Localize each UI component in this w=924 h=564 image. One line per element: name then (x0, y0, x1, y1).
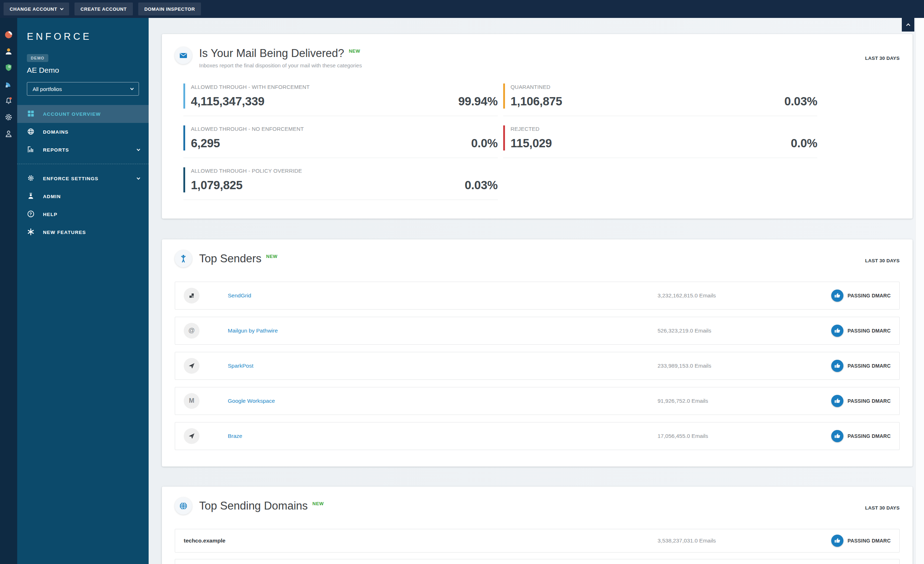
sidebar-nav: ACCOUNT OVERVIEW DOMAINS REPORTS ENFORCE… (17, 105, 148, 241)
chevron-down-icon (130, 86, 134, 90)
period-label: LAST 30 DAYS (865, 56, 900, 61)
sender-email-count: 91,926,752.0 Emails (657, 398, 831, 404)
mail-delivery-header: Is Your Mail Being Delivered? NEW Inboxe… (175, 47, 900, 68)
nav-item-label: REPORTS (43, 147, 69, 153)
dmarc-status-badge: PASSING DMARC (831, 430, 891, 442)
stat-value: 1,079,825 (191, 179, 243, 192)
stat-value: 1,106,875 (511, 95, 562, 108)
sender-name-link[interactable]: SendGrid (200, 292, 657, 299)
stat-percent: 0.03% (784, 95, 817, 108)
sender-row: SendGrid 3,232,162,815.0 Emails PASSING … (175, 282, 900, 310)
period-label: LAST 30 DAYS (865, 258, 900, 263)
nav-item-label: ACCOUNT OVERVIEW (43, 111, 100, 117)
thumbs-up-icon (831, 360, 843, 372)
dmarc-status-badge: PASSING DMARC (831, 395, 891, 407)
chevron-down-icon (60, 6, 63, 10)
svg-text:?: ? (29, 212, 32, 216)
gmail-m-icon: M (184, 393, 200, 409)
thumbs-up-icon (831, 290, 843, 302)
sidebar-nav-item[interactable]: ENFORCE SETTINGS (17, 170, 148, 187)
thumbs-up-icon (831, 325, 843, 337)
sidebar-nav-item[interactable]: DOMAINS (17, 123, 148, 141)
sender-name-link[interactable]: Google Workspace (200, 398, 657, 404)
dmarc-status-label: PASSING DMARC (848, 328, 891, 334)
monitor-fan-icon[interactable] (4, 80, 13, 89)
enforce-logo: ENFORCE (27, 31, 148, 42)
grid-icon (27, 110, 35, 119)
sender-email-count: 233,989,153.0 Emails (657, 362, 831, 369)
new-badge: NEW (312, 501, 324, 506)
product-ball-icon[interactable] (4, 30, 13, 39)
dmarc-status-badge: PASSING DMARC (831, 535, 891, 547)
protect-shield-icon[interactable] (4, 63, 13, 72)
delivery-stat: ALLOWED THROUGH - NO ENFORCEMENT 6,295 0… (183, 125, 498, 158)
top-bar: CHANGE ACCOUNT CREATE ACCOUNT DOMAIN INS… (0, 0, 924, 18)
scroll-to-top-button[interactable] (902, 18, 914, 32)
stat-percent: 99.94% (458, 95, 498, 108)
nav-item-label: DOMAINS (43, 129, 68, 135)
new-badge: NEW (349, 48, 360, 54)
new-badge: NEW (266, 254, 278, 259)
stat-percent: 0.0% (471, 137, 498, 150)
bar-chart-icon (27, 146, 35, 155)
sender-name-link[interactable]: Mailgun by Pathwire (200, 328, 657, 334)
dmarc-status-badge: PASSING DMARC (831, 360, 891, 372)
stat-label: ALLOWED THROUGH - NO ENFORCEMENT (191, 126, 498, 132)
stat-label: ALLOWED THROUGH - POLICY OVERRIDE (191, 168, 498, 174)
stat-value: 115,029 (511, 137, 552, 150)
chevron-down-icon (137, 147, 140, 151)
thumbs-up-icon (831, 430, 843, 442)
domain-row: realestateco.example 45,079,322.0 Emails… (175, 559, 900, 564)
delivery-stats-right-column: QUARANTINED 1,106,875 0.03% REJECTED 115… (503, 83, 818, 209)
globe-outline-icon (27, 128, 35, 137)
sender-name-link[interactable]: SparkPost (200, 362, 657, 369)
sidebar-nav-item[interactable]: REPORTS (17, 141, 148, 159)
stat-separator (183, 116, 498, 116)
amplify-person-icon[interactable] (4, 47, 13, 56)
stat-label: QUARANTINED (511, 84, 818, 90)
thumbs-up-icon (831, 395, 843, 407)
portfolio-select-value: All portfolios (33, 86, 62, 92)
top-senders-header: Top Senders NEW (175, 250, 900, 267)
sidebar-divider (17, 164, 148, 164)
dmarc-status-label: PASSING DMARC (848, 363, 891, 369)
nav-item-label: NEW FEATURES (43, 230, 86, 235)
sendgrid-icon (184, 288, 200, 304)
bell-icon[interactable] (4, 96, 13, 105)
nav-item-label: ENFORCE SETTINGS (43, 176, 99, 181)
top-senders-title: Top Senders (199, 252, 261, 265)
change-account-label: CHANGE ACCOUNT (10, 6, 57, 12)
sidebar-nav-item[interactable]: ADMIN (17, 187, 148, 205)
domain-name: techco.example (184, 537, 657, 544)
stat-value: 6,295 (191, 137, 220, 150)
help-icon: ? (27, 210, 35, 219)
domain-inspector-button[interactable]: DOMAIN INSPECTOR (138, 3, 201, 15)
gear-outline-icon[interactable] (4, 113, 13, 122)
vertical-scrollbar[interactable] (915, 18, 924, 564)
sidebar-nav-item[interactable]: ? HELP (17, 205, 148, 223)
dmarc-status-label: PASSING DMARC (848, 433, 891, 439)
delivery-stat: ALLOWED THROUGH - WITH ENFORCEMENT 4,115… (183, 83, 498, 116)
delivery-stats: ALLOWED THROUGH - WITH ENFORCEMENT 4,115… (183, 83, 817, 209)
delivery-stat: ALLOWED THROUGH - POLICY OVERRIDE 1,079,… (183, 167, 498, 200)
globe-icon (175, 497, 192, 514)
sender-row: SparkPost 233,989,153.0 Emails PASSING D… (175, 352, 900, 380)
sidebar-nav-item[interactable]: ACCOUNT OVERVIEW (17, 105, 148, 123)
top-domains-title: Top Sending Domains (199, 499, 308, 512)
portfolio-select[interactable]: All portfolios (27, 82, 139, 96)
sidebar-nav-item[interactable]: NEW FEATURES (17, 223, 148, 241)
top-domains-list: techco.example 3,538,237,031.0 Emails PA… (175, 529, 900, 564)
change-account-button[interactable]: CHANGE ACCOUNT (4, 3, 69, 15)
sender-email-count: 17,056,455.0 Emails (657, 433, 831, 439)
person-outline-icon[interactable] (4, 129, 13, 138)
app-rail (0, 18, 17, 564)
create-account-button[interactable]: CREATE ACCOUNT (75, 3, 133, 15)
domain-email-count: 3,538,237,031.0 Emails (657, 537, 831, 544)
stat-label: ALLOWED THROUGH - WITH ENFORCEMENT (191, 84, 498, 90)
sender-name-link[interactable]: Braze (200, 433, 657, 439)
chevron-down-icon (137, 176, 140, 180)
domain-row: techco.example 3,538,237,031.0 Emails PA… (175, 529, 900, 552)
chevron-up-icon (906, 23, 910, 27)
mail-delivery-title: Is Your Mail Being Delivered? (199, 47, 344, 60)
dmarc-status-badge: PASSING DMARC (831, 290, 891, 302)
